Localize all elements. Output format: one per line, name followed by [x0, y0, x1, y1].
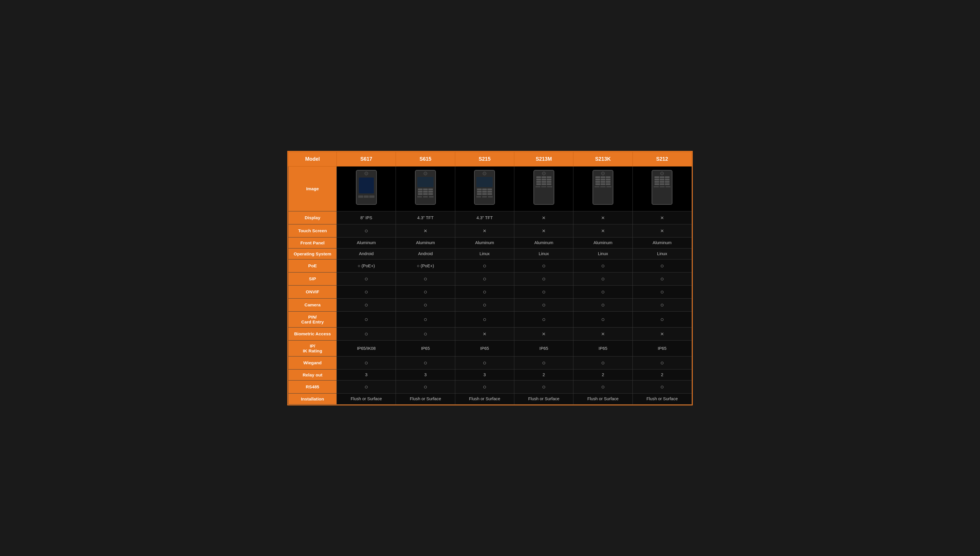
cell-row0-col3 — [455, 166, 514, 211]
row-label: RS485 — [289, 380, 337, 393]
cell-row0-col5 — [573, 166, 633, 211]
row-label: Image — [289, 166, 337, 211]
cell-row14-col3: ○ — [455, 380, 514, 393]
cell-row4-col2: Android — [396, 248, 455, 259]
cell-row4-col3: Linux — [455, 248, 514, 259]
row-label: PoE — [289, 259, 337, 272]
cell-row7-col6: ○ — [633, 285, 691, 298]
cell-row14-col4: ○ — [514, 380, 573, 393]
row-label: Wiegand — [289, 356, 337, 369]
cell-row7-col5: ○ — [573, 285, 633, 298]
cell-row3-col4: Aluminum — [514, 237, 573, 248]
cell-row6-col5: ○ — [573, 272, 633, 285]
cell-row7-col1: ○ — [337, 285, 396, 298]
cell-row5-col6: ○ — [633, 259, 691, 272]
row-label: PIN/Card Entry — [289, 311, 337, 327]
cell-row13-col2: 3 — [396, 369, 455, 380]
cell-row14-col6: ○ — [633, 380, 691, 393]
row-label: Front Panel — [289, 237, 337, 248]
row-label: Relay out — [289, 369, 337, 380]
cell-row11-col3: IP65 — [455, 340, 514, 356]
cell-row2-col1: ○ — [337, 224, 396, 237]
cell-row7-col2: ○ — [396, 285, 455, 298]
cell-row10-col2: ○ — [396, 327, 455, 340]
cell-row2-col5: × — [573, 224, 633, 237]
cell-row8-col5: ○ — [573, 298, 633, 311]
cell-row1-col6: × — [633, 211, 691, 224]
cell-row3-col1: Aluminum — [337, 237, 396, 248]
cell-row1-col3: 4.3" TFT — [455, 211, 514, 224]
cell-row10-col4: × — [514, 327, 573, 340]
cell-row4-col5: Linux — [573, 248, 633, 259]
cell-row1-col1: 8" IPS — [337, 211, 396, 224]
cell-row0-col4 — [514, 166, 573, 211]
cell-row14-col1: ○ — [337, 380, 396, 393]
cell-row11-col5: IP65 — [573, 340, 633, 356]
header-s213m: S213M — [514, 152, 573, 166]
cell-row11-col1: IP65/IK08 — [337, 340, 396, 356]
cell-row1-col4: × — [514, 211, 573, 224]
header-s213k: S213K — [573, 152, 633, 166]
cell-row14-col2: ○ — [396, 380, 455, 393]
row-label: Display — [289, 211, 337, 224]
cell-row9-col6: ○ — [633, 311, 691, 327]
cell-row13-col4: 2 — [514, 369, 573, 380]
cell-row9-col1: ○ — [337, 311, 396, 327]
header-s212: S212 — [633, 152, 691, 166]
header-s215: S215 — [455, 152, 514, 166]
cell-row9-col3: ○ — [455, 311, 514, 327]
cell-row1-col5: × — [573, 211, 633, 224]
cell-row4-col1: Android — [337, 248, 396, 259]
cell-row5-col5: ○ — [573, 259, 633, 272]
cell-row2-col3: × — [455, 224, 514, 237]
cell-row12-col5: ○ — [573, 356, 633, 369]
cell-row13-col6: 2 — [633, 369, 691, 380]
cell-row3-col3: Aluminum — [455, 237, 514, 248]
row-label: Touch Screen — [289, 224, 337, 237]
cell-row6-col4: ○ — [514, 272, 573, 285]
cell-row5-col2: ○ (PoE+) — [396, 259, 455, 272]
row-label: ONVIF — [289, 285, 337, 298]
cell-row10-col3: × — [455, 327, 514, 340]
cell-row2-col2: × — [396, 224, 455, 237]
header-s615: S615 — [396, 152, 455, 166]
cell-row12-col2: ○ — [396, 356, 455, 369]
row-label: Installation — [289, 393, 337, 404]
cell-row10-col6: × — [633, 327, 691, 340]
cell-row8-col2: ○ — [396, 298, 455, 311]
cell-row15-col4: Flush or Surface — [514, 393, 573, 404]
cell-row3-col5: Aluminum — [573, 237, 633, 248]
cell-row8-col3: ○ — [455, 298, 514, 311]
cell-row12-col6: ○ — [633, 356, 691, 369]
cell-row11-col6: IP65 — [633, 340, 691, 356]
cell-row6-col2: ○ — [396, 272, 455, 285]
cell-row0-col2 — [396, 166, 455, 211]
row-label: Operating System — [289, 248, 337, 259]
cell-row7-col3: ○ — [455, 285, 514, 298]
cell-row10-col5: × — [573, 327, 633, 340]
cell-row4-col6: Linux — [633, 248, 691, 259]
row-label: Camera — [289, 298, 337, 311]
row-label: IP/IK Rating — [289, 340, 337, 356]
cell-row12-col4: ○ — [514, 356, 573, 369]
cell-row15-col6: Flush or Surface — [633, 393, 691, 404]
row-label: Biometric Access — [289, 327, 337, 340]
cell-row11-col2: IP65 — [396, 340, 455, 356]
cell-row5-col3: ○ — [455, 259, 514, 272]
cell-row0-col6 — [633, 166, 691, 211]
cell-row13-col5: 2 — [573, 369, 633, 380]
header-s617: S617 — [337, 152, 396, 166]
cell-row3-col6: Aluminum — [633, 237, 691, 248]
cell-row6-col3: ○ — [455, 272, 514, 285]
cell-row3-col2: Aluminum — [396, 237, 455, 248]
cell-row9-col5: ○ — [573, 311, 633, 327]
cell-row10-col1: ○ — [337, 327, 396, 340]
cell-row0-col1 — [337, 166, 396, 211]
cell-row12-col1: ○ — [337, 356, 396, 369]
cell-row2-col4: × — [514, 224, 573, 237]
cell-row9-col4: ○ — [514, 311, 573, 327]
cell-row15-col5: Flush or Surface — [573, 393, 633, 404]
cell-row13-col1: 3 — [337, 369, 396, 380]
cell-row5-col4: ○ — [514, 259, 573, 272]
cell-row1-col2: 4.3" TFT — [396, 211, 455, 224]
